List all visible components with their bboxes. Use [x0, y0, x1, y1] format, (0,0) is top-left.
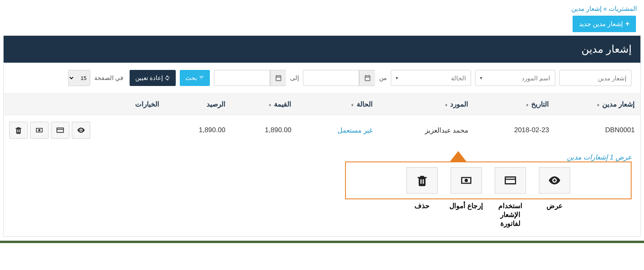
breadcrumb-current: إشعار مدين — [571, 5, 601, 12]
delete-button[interactable] — [9, 122, 28, 139]
breadcrumb: المشتريات » إشعار مدين — [0, 0, 644, 16]
eye-icon — [77, 126, 85, 135]
cell-id: DBN0001 — [555, 115, 640, 145]
refund-button[interactable] — [30, 122, 49, 139]
calendar-icon[interactable] — [359, 70, 375, 86]
reset-label: إعادة تعيين — [135, 74, 163, 82]
sort-icon: ♦ — [526, 102, 530, 108]
page-title: إشعار مدين — [4, 36, 640, 63]
card-icon — [504, 174, 517, 187]
col-options: الخيارات — [4, 94, 165, 115]
date-to-input[interactable] — [214, 70, 270, 86]
breadcrumb-root[interactable]: المشتريات — [609, 5, 637, 12]
plus-icon: + — [625, 20, 630, 28]
main-panel: إشعار مدين من إلى بحث — [3, 35, 641, 237]
cell-amount: 1,890.00 — [231, 115, 297, 145]
search-id-input[interactable] — [559, 70, 632, 86]
callout-view-button — [539, 167, 570, 194]
callout-apply-button — [495, 167, 526, 194]
new-button-label: إشعار مدين جديد — [579, 20, 623, 28]
per-page-label: في الصفحة — [94, 74, 123, 82]
callout-refund-label: إرجاع أموال — [448, 202, 484, 228]
cell-balance: 1,890.00 — [165, 115, 231, 145]
sort-icon: ♦ — [597, 102, 601, 108]
callout-refund-button — [451, 167, 482, 194]
reset-button[interactable]: إعادة تعيين — [130, 70, 176, 86]
new-debit-note-button[interactable]: إشعار مدين جديد + — [573, 16, 636, 32]
sort-icon: ♦ — [351, 102, 355, 108]
search-button[interactable]: بحث — [180, 70, 210, 86]
callout-annotation: حذف إرجاع أموال استخدام الإشعار لفاتورة … — [345, 162, 632, 228]
cell-date: 2018-02-23 — [474, 115, 555, 145]
breadcrumb-sep: » — [603, 5, 607, 12]
col-id[interactable]: إشعار مدين ♦ — [555, 94, 640, 115]
callout-apply-label: استخدام الإشعار لفاتورة — [492, 202, 528, 228]
date-from-input[interactable] — [303, 70, 359, 86]
apply-credit-button[interactable] — [51, 122, 69, 139]
callout-arrow — [449, 151, 467, 162]
money-icon — [35, 126, 44, 135]
callout-delete-label: حذف — [404, 202, 440, 228]
col-amount[interactable]: القيمة ♦ — [231, 94, 297, 115]
sort-icon: ♦ — [445, 102, 449, 108]
sort-icon: ♦ — [269, 102, 272, 108]
money-icon — [459, 174, 473, 187]
per-page-select[interactable]: 15 — [68, 70, 90, 86]
trash-icon — [415, 174, 429, 187]
cell-status: غير مستعمل — [297, 115, 378, 145]
view-button[interactable] — [72, 122, 90, 139]
callout-delete-button — [406, 167, 438, 194]
bottom-divider — [0, 241, 644, 243]
trash-icon — [14, 126, 23, 135]
data-table: إشعار مدين ♦ التاريخ ♦ المورد ♦ الحالة ♦… — [4, 94, 640, 145]
col-date[interactable]: التاريخ ♦ — [474, 94, 555, 115]
col-status[interactable]: الحالة ♦ — [297, 94, 378, 115]
col-balance: الرصيد — [165, 94, 231, 115]
cell-supplier: محمد عبدالعزيز — [378, 115, 474, 145]
eye-icon — [548, 174, 561, 187]
filter-bar: من إلى بحث إعادة تعيين في الصفحة — [4, 63, 640, 94]
search-label: بحث — [185, 74, 197, 82]
reset-icon — [165, 75, 170, 82]
filter-icon — [199, 75, 204, 82]
from-label: من — [379, 74, 387, 82]
supplier-select[interactable] — [475, 70, 555, 86]
table-row: DBN0001 2018-02-23 محمد عبدالعزيز غير مس… — [4, 115, 640, 145]
status-select[interactable] — [391, 70, 471, 86]
card-icon — [56, 126, 65, 135]
calendar-icon[interactable] — [270, 70, 286, 86]
to-label: إلى — [290, 74, 299, 82]
callout-view-label: عرض — [536, 202, 573, 228]
col-supplier[interactable]: المورد ♦ — [378, 94, 474, 115]
